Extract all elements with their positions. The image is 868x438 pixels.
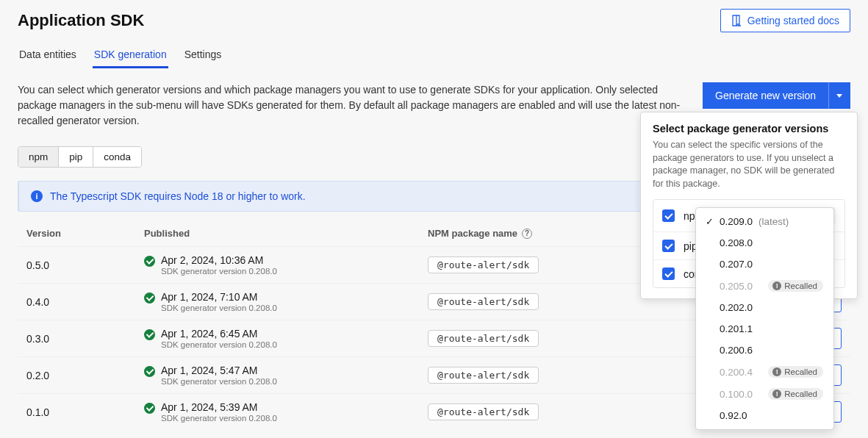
chevron-down-icon [836,94,842,98]
cell-npm: @route-alert/sdk [428,403,709,420]
info-icon: i [31,190,43,202]
version-label: 0.207.0 [720,259,753,270]
published-date: Apr 1, 2024, 5:47 AM [161,365,277,376]
version-label: 0.200.6 [720,345,753,356]
tab-settings[interactable]: Settings [183,44,223,68]
generate-new-version-button[interactable]: Generate new version [703,82,828,109]
version-option[interactable]: 0.200.6 [696,340,833,361]
alert-text: The Typescript SDK requires Node 18 or h… [50,190,306,202]
version-option[interactable]: 0.201.1 [696,318,833,340]
version-option[interactable]: 0.205.0!Recalled [696,275,833,297]
version-label: 0.202.0 [720,302,753,313]
version-option[interactable]: ✓0.209.0 (latest) [696,211,833,232]
npm-package-name: @route-alert/sdk [428,330,539,347]
version-option[interactable]: 0.202.0 [696,297,833,318]
generate-button-group: Generate new version [703,82,850,109]
popover-title: Select package generator versions [653,123,845,134]
version-label: 0.100.0 [720,389,753,400]
published-date: Apr 1, 2024, 7:10 AM [161,291,277,303]
pm-tab-npm[interactable]: npm [18,147,59,167]
generate-dropdown-toggle[interactable] [828,82,850,109]
latest-tag: (latest) [758,216,789,227]
check-circle-icon [144,329,155,340]
book-icon [731,15,742,26]
version-option[interactable]: 0.92.0 [696,405,833,426]
checkbox-conda[interactable] [662,268,675,280]
published-date: Apr 2, 2024, 10:36 AM [161,254,277,266]
tabs: Data entitiesSDK generationSettings [0,38,868,69]
checkbox-npm[interactable] [662,209,675,222]
version-label: 0.208.0 [720,237,753,248]
recalled-badge: !Recalled [768,366,823,378]
version-label: 0.201.1 [720,323,753,334]
version-label: 0.205.0 [720,281,753,292]
version-label: 0.200.4 [720,367,753,378]
exclamation-icon: ! [772,367,781,376]
cell-version: 0.2.0 [26,370,144,381]
generator-version-text: SDK generator version 0.208.0 [161,414,277,423]
generator-version-text: SDK generator version 0.208.0 [161,267,277,276]
pm-tab-conda[interactable]: conda [93,147,141,167]
cell-npm: @route-alert/sdk [428,330,709,347]
recalled-badge: !Recalled [768,388,823,400]
version-option[interactable]: 0.208.0 [696,232,833,254]
page-title: Application SDK [18,11,144,30]
cell-version: 0.1.0 [26,406,144,418]
getting-started-docs-button[interactable]: Getting started docs [720,9,850,32]
version-option[interactable]: 0.200.4!Recalled [696,361,833,383]
published-date: Apr 1, 2024, 5:39 AM [161,401,277,413]
help-icon[interactable]: ? [522,229,532,239]
cell-published: Apr 1, 2024, 5:39 AMSDK generator versio… [144,401,428,423]
version-label: 0.92.0 [720,410,747,421]
npm-package-name: @route-alert/sdk [428,293,539,310]
version-label: 0.209.0 [720,216,753,227]
cell-published: Apr 2, 2024, 10:36 AMSDK generator versi… [144,254,428,276]
pm-tab-pip[interactable]: pip [59,147,93,167]
col-header-npm-label: NPM package name [428,228,517,239]
checkmark-icon: ✓ [705,216,714,227]
cell-published: Apr 1, 2024, 7:10 AMSDK generator versio… [144,291,428,312]
cell-version: 0.5.0 [26,259,144,271]
checkbox-pip[interactable] [662,240,675,252]
popover-subtitle: You can select the specific versions of … [653,139,845,190]
exclamation-icon: ! [772,389,781,398]
exclamation-icon: ! [772,281,781,290]
cell-published: Apr 1, 2024, 5:47 AMSDK generator versio… [144,365,428,386]
npm-package-name: @route-alert/sdk [428,367,539,384]
col-header-version: Version [26,228,144,239]
check-circle-icon [144,366,155,377]
recalled-badge: !Recalled [768,280,823,292]
generator-version-text: SDK generator version 0.208.0 [161,377,277,386]
tab-data-entities[interactable]: Data entities [18,44,78,68]
cell-version: 0.3.0 [26,333,144,345]
cell-published: Apr 1, 2024, 6:45 AMSDK generator versio… [144,328,428,349]
npm-package-name: @route-alert/sdk [428,256,539,273]
check-circle-icon [144,292,155,304]
version-option[interactable]: 0.207.0 [696,254,833,275]
cell-npm: @route-alert/sdk [428,367,709,384]
docs-button-label: Getting started docs [747,15,839,26]
check-circle-icon [144,256,155,267]
generator-version-text: SDK generator version 0.208.0 [161,304,277,312]
npm-package-name: @route-alert/sdk [428,403,539,420]
description-text: You can select which generator versions … [18,82,685,129]
published-date: Apr 1, 2024, 6:45 AM [161,328,277,340]
generator-version-text: SDK generator version 0.208.0 [161,340,277,349]
package-manager-tabs: npmpipconda [18,146,142,168]
check-circle-icon [144,403,155,414]
col-header-published: Published [144,228,428,239]
version-option[interactable]: 0.100.0!Recalled [696,383,833,405]
cell-version: 0.4.0 [26,296,144,308]
version-dropdown: ✓0.209.0 (latest)0.208.00.207.00.205.0!R… [695,207,834,430]
tab-sdk-generation[interactable]: SDK generation [93,44,168,68]
